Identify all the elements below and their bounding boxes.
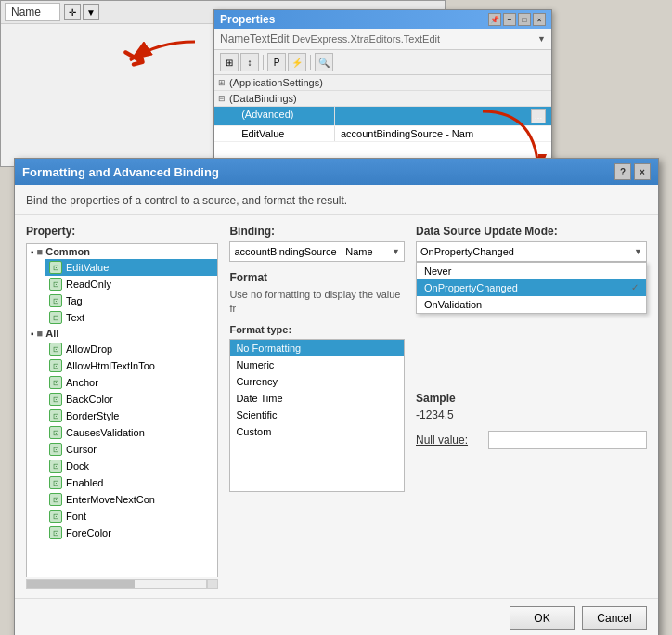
font-item[interactable]: ⊡ Font [45, 508, 217, 525]
events-tab-button[interactable]: ⚡ [288, 53, 306, 71]
search-button[interactable]: 🔍 [315, 53, 333, 71]
properties-header: NameTextEdit DevExpress.XtraEditors.Text… [214, 29, 551, 50]
text-item[interactable]: ⊡ Text [45, 309, 217, 326]
dialog-title: Formatting and Advanced Binding [22, 165, 219, 179]
binding-panel: Binding: accountBindingSource - Name ▼ F… [229, 225, 405, 589]
format-no-formatting[interactable]: No Formatting [230, 340, 404, 356]
entermove-item[interactable]: ⊡ EnterMoveNextCon [45, 491, 217, 508]
ds-onvalidation-option[interactable]: OnValidation [417, 296, 646, 313]
all-section-icon: ■ [37, 328, 44, 339]
entermove-label: EnterMoveNextCon [66, 494, 155, 505]
sort-categorized-button[interactable]: ⊞ [220, 53, 239, 71]
readonly-item[interactable]: ⊡ ReadOnly [45, 276, 217, 292]
app-settings-section[interactable]: ⊞ (ApplicationSettings) [214, 75, 551, 91]
format-list[interactable]: No Formatting Numeric Currency Date Time… [229, 339, 405, 492]
properties-titlebar: Properties 📌 − □ × [214, 10, 551, 29]
forecolor-item[interactable]: ⊡ ForeColor [45, 525, 217, 541]
ds-select-value: OnPropertyChanged [420, 246, 514, 257]
pin-button[interactable]: 📌 [488, 13, 501, 26]
allowhtml-label: AllowHtmlTextInToo [66, 360, 155, 371]
ds-onpropertychanged-option[interactable]: OnPropertyChanged ✓ [417, 279, 646, 296]
arrow-left-svg [93, 32, 204, 88]
tag-label: Tag [66, 295, 83, 306]
sort-alpha-button[interactable]: ↕ [240, 53, 259, 71]
enabled-item[interactable]: ⊡ Enabled [45, 474, 217, 491]
all-expand-icon: ▪ [31, 329, 34, 339]
format-numeric[interactable]: Numeric [230, 356, 404, 373]
dialog-footer: OK Cancel [15, 598, 658, 635]
close-button[interactable]: × [533, 13, 546, 26]
binding-select-value: accountBindingSource - Name [234, 246, 372, 257]
properties-tab-button[interactable]: P [267, 53, 286, 71]
format-datetime[interactable]: Date Time [230, 390, 404, 407]
dropdown-icon[interactable]: ▼ [83, 4, 99, 20]
cancel-button[interactable]: Cancel [582, 606, 647, 630]
format-section: Format Use no formatting to display the … [229, 271, 405, 492]
all-section-label: All [45, 328, 58, 339]
backcolor-item[interactable]: ⊡ BackColor [45, 391, 217, 408]
format-scientific[interactable]: Scientific [230, 407, 404, 423]
readonly-icon: ⊡ [49, 278, 62, 291]
help-dialog-button[interactable]: ? [614, 163, 631, 180]
borderstyle-label: BorderStyle [66, 410, 119, 421]
font-icon: ⊡ [49, 510, 62, 523]
common-section[interactable]: ▪ ■ Common [27, 244, 217, 259]
enabled-icon: ⊡ [49, 476, 62, 489]
causesvalidation-icon: ⊡ [49, 426, 62, 439]
binding-select[interactable]: accountBindingSource - Name ▼ [229, 241, 405, 262]
allowdrop-icon: ⊡ [49, 343, 62, 356]
null-value-section: Null value: [416, 431, 647, 449]
borderstyle-icon: ⊡ [49, 409, 62, 422]
editvalue-item[interactable]: ⊡ EditValue [45, 259, 217, 276]
format-currency[interactable]: Currency [230, 373, 404, 390]
ds-select[interactable]: OnPropertyChanged ▼ [416, 241, 647, 262]
allowhtml-item[interactable]: ⊡ AllowHtmlTextInToo [45, 357, 217, 374]
checkmark-icon: ✓ [631, 282, 639, 292]
format-title: Format [229, 271, 405, 284]
h-scroll-thumb [27, 580, 135, 588]
tree-scrollbar-area [26, 579, 218, 589]
minimize-button[interactable]: − [503, 13, 516, 26]
entermove-icon: ⊡ [49, 493, 62, 506]
cursor-item[interactable]: ⊡ Cursor [45, 441, 217, 458]
cursor-icon: ⊡ [49, 443, 62, 456]
property-label: Property: [26, 225, 218, 238]
toolbar-separator [263, 55, 264, 70]
horizontal-scrollbar[interactable] [26, 579, 207, 589]
text-icon: ⊡ [49, 311, 62, 324]
close-dialog-button[interactable]: × [634, 163, 651, 180]
binding-label: Binding: [229, 225, 405, 238]
common-expand-icon: ▪ [31, 247, 34, 257]
dialog-titlebar: Formatting and Advanced Binding ? × [15, 159, 658, 185]
ds-never-option[interactable]: Never [417, 263, 646, 279]
causesvalidation-label: CausesValidation [66, 427, 145, 438]
property-tree[interactable]: ▪ ■ Common ⊡ EditValue ⊡ ReadOnly ⊡ [26, 243, 218, 577]
editvalue-icon: ⊡ [49, 261, 62, 274]
format-custom[interactable]: Custom [230, 423, 404, 440]
causesvalidation-item[interactable]: ⊡ CausesValidation [45, 424, 217, 441]
maximize-button[interactable]: □ [518, 13, 531, 26]
header-dropdown[interactable]: ▼ [537, 34, 546, 44]
main-dialog: Formatting and Advanced Binding ? × Bind… [14, 158, 659, 635]
component-label: NameTextEdit DevExpress.XtraEditors.Text… [220, 32, 440, 45]
anchor-item[interactable]: ⊡ Anchor [45, 374, 217, 391]
null-value-input[interactable] [488, 431, 647, 449]
all-section[interactable]: ▪ ■ All [27, 326, 217, 341]
toolbar-separator2 [310, 55, 311, 70]
tag-item[interactable]: ⊡ Tag [45, 292, 217, 309]
allowdrop-item[interactable]: ⊡ AllowDrop [45, 341, 217, 357]
move-icon[interactable]: ✛ [64, 4, 81, 20]
sample-value: -1234.5 [416, 408, 647, 421]
borderstyle-item[interactable]: ⊡ BorderStyle [45, 408, 217, 424]
component-name: NameTextEdit DevExpress.XtraEditors.Text… [220, 32, 440, 45]
forecolor-icon: ⊡ [49, 526, 62, 539]
all-children: ⊡ AllowDrop ⊡ AllowHtmlTextInToo ⊡ Ancho… [27, 341, 217, 541]
text-label: Text [66, 312, 84, 323]
ok-button[interactable]: OK [510, 606, 575, 630]
dialog-title-buttons: ? × [614, 163, 651, 180]
null-label: Null value: [416, 434, 481, 447]
cursor-label: Cursor [66, 444, 97, 455]
dock-item[interactable]: ⊡ Dock [45, 458, 217, 474]
dialog-body: Property: ▪ ■ Common ⊡ EditValue ⊡ ReadO… [15, 215, 658, 598]
name-label: Name [5, 3, 60, 21]
